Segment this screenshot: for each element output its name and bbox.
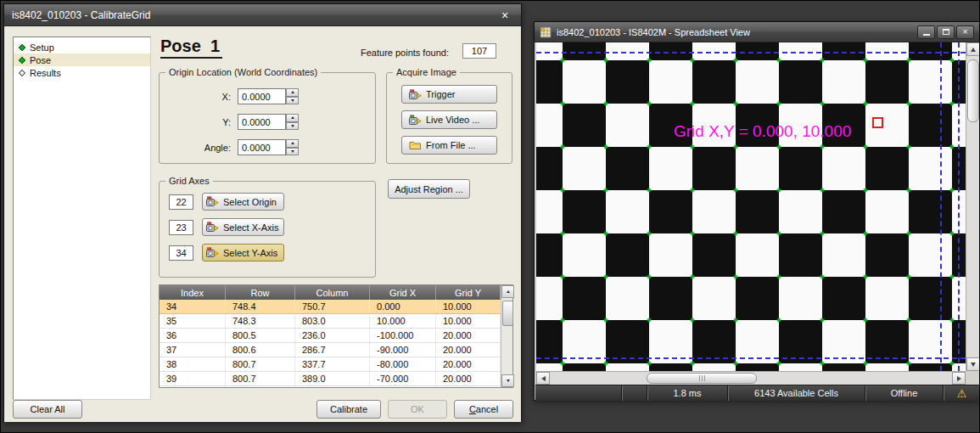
select-y-axis-button[interactable]: Select Y-Axis xyxy=(202,244,284,261)
minimize-icon[interactable] xyxy=(917,25,935,39)
table-row[interactable]: 34 748.4 750.7 0.000 10.000 xyxy=(160,300,501,314)
vertical-scrollbar[interactable] xyxy=(966,42,980,371)
table-scrollbar[interactable] xyxy=(501,285,512,387)
desktop: is8402_010203 - CalibrateGrid × Setup Po… xyxy=(0,0,980,433)
cell: 36 xyxy=(160,329,226,342)
sidebar-item-setup[interactable]: Setup xyxy=(14,41,150,53)
origin-y-row: Y: xyxy=(160,114,375,131)
scroll-left-icon[interactable] xyxy=(536,372,550,385)
calibrate-button[interactable]: Calibrate xyxy=(316,400,381,419)
scroll-right-icon[interactable] xyxy=(952,372,966,385)
origin-y-spinner[interactable] xyxy=(286,114,299,130)
button-label: Trigger xyxy=(426,89,455,99)
spreadsheet-titlebar[interactable]: is8402_010203 - IS8402M - Spreadsheet Vi… xyxy=(535,22,979,42)
grid-axes-group: Grid Axes Select Origin Select X-Axis Se… xyxy=(159,181,376,278)
step-list: Setup Pose Results xyxy=(13,37,151,400)
table-row[interactable]: 35 748.3 803.0 10.000 10.000 xyxy=(160,314,501,329)
step-complete-icon xyxy=(19,43,25,50)
scroll-down-icon[interactable] xyxy=(501,374,514,387)
cell: 10.000 xyxy=(436,314,501,328)
select-point-icon xyxy=(206,196,219,207)
cell: 20.000 xyxy=(436,357,501,371)
origin-y-input[interactable] xyxy=(238,114,286,130)
col-header-column: Column xyxy=(295,285,370,300)
region-boundary-top xyxy=(536,52,966,53)
spin-down-icon[interactable] xyxy=(286,148,299,156)
table-row[interactable]: 37 800.6 286.7 -90.000 20.000 xyxy=(160,343,501,357)
xaxis-index-field[interactable] xyxy=(169,220,193,235)
cell: 20.000 xyxy=(436,343,501,357)
origin-angle-input[interactable] xyxy=(238,139,286,155)
button-label: Select X-Axis xyxy=(223,222,278,233)
scroll-down-icon[interactable] xyxy=(966,357,980,371)
folder-icon xyxy=(409,140,422,150)
select-origin-button[interactable]: Select Origin xyxy=(202,193,284,211)
table-row[interactable]: 36 800.5 236.0 -100.000 20.000 xyxy=(160,329,501,343)
cancel-button[interactable]: Cancel xyxy=(454,400,513,419)
scroll-up-icon[interactable] xyxy=(966,42,980,56)
cell: 337.7 xyxy=(295,357,370,371)
origin-x-input[interactable] xyxy=(238,88,286,104)
button-label: OK xyxy=(411,404,424,414)
spin-up-icon[interactable] xyxy=(286,88,299,97)
origin-angle-row: Angle: xyxy=(160,139,375,156)
clear-all-button[interactable]: Clear All xyxy=(13,400,82,419)
feature-points-value: 107 xyxy=(462,43,496,59)
x-label: X: xyxy=(160,88,231,105)
spreadsheet-view-window: is8402_010203 - IS8402M - Spreadsheet Vi… xyxy=(534,21,980,401)
trigger-button[interactable]: Trigger xyxy=(401,85,497,104)
scroll-up-icon[interactable] xyxy=(501,285,514,298)
live-video-button[interactable]: Live Video ... xyxy=(401,110,497,129)
scrollbar-thumb[interactable] xyxy=(502,301,513,326)
cell: 389.0 xyxy=(295,372,370,385)
sidebar-item-results[interactable]: Results xyxy=(14,66,150,79)
origin-index-field[interactable] xyxy=(169,194,193,210)
cell: 39 xyxy=(160,372,226,385)
cell: 748.4 xyxy=(226,300,295,313)
spin-down-icon[interactable] xyxy=(286,97,299,105)
status-bar: 1.8 ms 6143 Available Cells Offline ⚠ xyxy=(535,385,980,401)
window-title: is8402_010203 - IS8402M - Spreadsheet Vi… xyxy=(557,27,750,37)
acquisition-time-status: 1.8 ms xyxy=(647,385,727,401)
origin-x-row: X: xyxy=(160,88,375,105)
scrollbar-thumb[interactable] xyxy=(647,373,757,384)
select-x-axis-button[interactable]: Select X-Axis xyxy=(202,218,284,236)
spin-up-icon[interactable] xyxy=(286,114,299,122)
calibrate-grid-titlebar[interactable]: is8402_010203 - CalibrateGrid × xyxy=(4,4,521,26)
cell: 10.000 xyxy=(436,300,501,313)
calibration-image[interactable]: Grid X,Y = 0.000, 10.000 xyxy=(536,42,966,371)
sidebar-item-pose[interactable]: Pose xyxy=(14,53,150,66)
button-label: Select Origin xyxy=(223,197,277,207)
button-label: Select Y-Axis xyxy=(223,248,277,258)
cell: 0.000 xyxy=(370,300,436,313)
spin-down-icon[interactable] xyxy=(286,122,299,131)
adjust-region-button[interactable]: Adjust Region ... xyxy=(388,179,470,199)
selected-point-marker xyxy=(872,117,883,128)
scrollbar-corner xyxy=(966,371,980,385)
ok-button[interactable]: OK xyxy=(388,400,447,419)
origin-x-spinner[interactable] xyxy=(286,88,299,104)
maximize-icon[interactable] xyxy=(937,25,955,39)
acquire-image-group: Acquire Image Trigger Live Video ... Fro… xyxy=(386,72,512,164)
origin-location-group: Origin Location (World Coordinates) X: Y… xyxy=(159,72,376,164)
cell: 800.7 xyxy=(226,357,295,371)
table-row[interactable]: 39 800.7 389.0 -70.000 20.000 xyxy=(160,372,501,386)
close-icon[interactable]: × xyxy=(956,25,974,39)
table-row[interactable]: 38 800.7 337.7 -80.000 20.000 xyxy=(160,357,501,372)
scrollbar-thumb[interactable] xyxy=(967,59,979,122)
horizontal-scrollbar[interactable] xyxy=(536,371,966,385)
online-mode-status: Offline xyxy=(865,385,943,401)
yaxis-index-field[interactable] xyxy=(169,245,193,261)
app-icon xyxy=(540,26,552,38)
spin-up-icon[interactable] xyxy=(286,139,299,148)
button-label: Adjust Region ... xyxy=(395,184,463,194)
y-label: Y: xyxy=(160,114,231,131)
from-file-button[interactable]: From File ... xyxy=(401,136,497,155)
step-pending-icon xyxy=(19,69,25,76)
grid-xy-overlay-label: Grid X,Y = 0.000, 10.000 xyxy=(674,122,851,141)
window-controls: × xyxy=(917,25,974,39)
cell: 286.7 xyxy=(295,343,370,357)
close-icon[interactable]: × xyxy=(496,8,513,23)
page-title: Pose 1 xyxy=(160,37,222,59)
origin-angle-spinner[interactable] xyxy=(286,139,299,155)
